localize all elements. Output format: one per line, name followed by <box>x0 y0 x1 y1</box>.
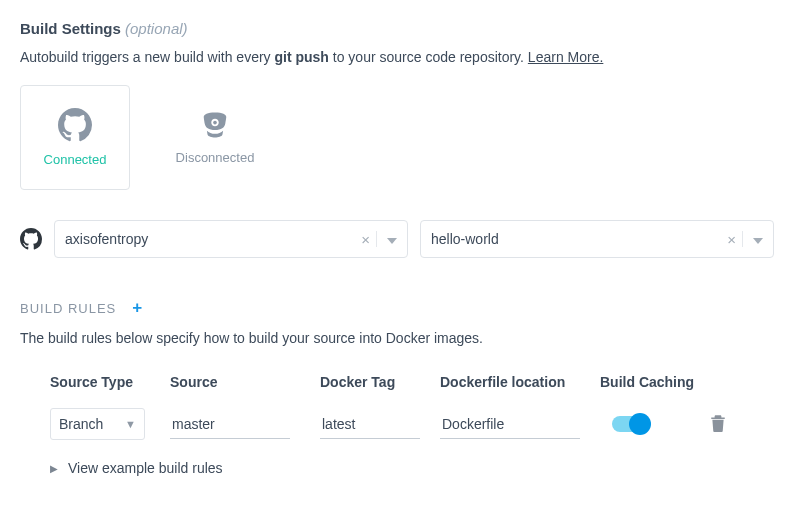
build-rules-table: Source Type Source Docker Tag Dockerfile… <box>20 374 774 476</box>
desc-prefix: Autobuild triggers a new build with ever… <box>20 49 274 65</box>
org-input[interactable] <box>65 231 355 247</box>
build-rules-columns: Source Type Source Docker Tag Dockerfile… <box>50 374 774 402</box>
repo-combobox[interactable]: × <box>420 220 774 258</box>
build-rules-description: The build rules below specify how to bui… <box>20 330 774 346</box>
org-combobox[interactable]: × <box>54 220 408 258</box>
org-dropdown-icon[interactable] <box>376 231 397 247</box>
dockerfile-location-input[interactable] <box>440 410 580 439</box>
section-title: Build Settings (optional) <box>20 20 774 37</box>
build-rules-header: BUILD RULES + <box>20 298 774 318</box>
provider-github[interactable]: Connected <box>20 85 130 190</box>
desc-bold: git push <box>274 49 328 65</box>
repo-input[interactable] <box>431 231 721 247</box>
source-type-value: Branch <box>59 416 103 432</box>
delete-rule-button[interactable] <box>710 419 726 435</box>
github-icon <box>58 108 92 142</box>
add-rule-button[interactable]: + <box>132 298 142 318</box>
provider-github-label: Connected <box>44 152 107 167</box>
provider-row: Connected Disconnected <box>20 85 774 190</box>
build-rules-label: BUILD RULES <box>20 301 116 316</box>
col-dockerfile-location: Dockerfile location <box>440 374 600 402</box>
desc-suffix: to your source code repository. <box>329 49 528 65</box>
source-type-select[interactable]: Branch ▼ <box>50 408 145 440</box>
section-title-text: Build Settings <box>20 20 121 37</box>
chevron-down-icon: ▼ <box>125 418 136 430</box>
col-docker-tag: Docker Tag <box>320 374 440 402</box>
col-source-type: Source Type <box>50 374 170 402</box>
col-build-caching: Build Caching <box>600 374 710 402</box>
bitbucket-icon <box>200 110 230 140</box>
expand-icon: ▶ <box>50 463 58 474</box>
view-example-rules[interactable]: ▶ View example build rules <box>50 446 774 476</box>
build-caching-toggle[interactable] <box>612 416 648 432</box>
org-clear-icon[interactable]: × <box>355 231 376 248</box>
repo-clear-icon[interactable]: × <box>721 231 742 248</box>
build-rule-row: Branch ▼ <box>50 402 774 446</box>
provider-bitbucket[interactable]: Disconnected <box>160 85 270 190</box>
col-source: Source <box>170 374 320 402</box>
learn-more-link[interactable]: Learn More. <box>528 49 603 65</box>
view-example-label: View example build rules <box>68 460 223 476</box>
source-input[interactable] <box>170 410 290 439</box>
section-title-optional: (optional) <box>125 20 188 37</box>
provider-bitbucket-label: Disconnected <box>176 150 255 165</box>
trash-icon <box>710 414 726 432</box>
github-small-icon <box>20 228 42 250</box>
docker-tag-input[interactable] <box>320 410 420 439</box>
autobuild-description: Autobuild triggers a new build with ever… <box>20 49 774 65</box>
repo-dropdown-icon[interactable] <box>742 231 763 247</box>
source-selector-row: × × <box>20 220 774 258</box>
